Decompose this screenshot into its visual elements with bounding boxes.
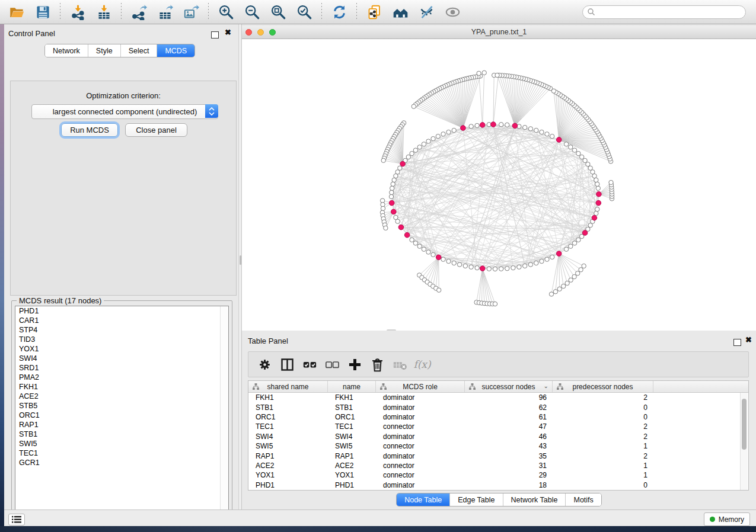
table-row[interactable]: YOX1YOX1connector291: [248, 470, 748, 480]
split-columns-icon[interactable]: [278, 355, 296, 373]
table-row[interactable]: ACE2ACE2connector311: [248, 461, 748, 470]
control-panel-float-button[interactable]: [211, 30, 219, 41]
mcds-result-item[interactable]: STB1: [15, 430, 228, 439]
show-hidden-icon[interactable]: [442, 2, 463, 22]
export-image-icon[interactable]: [180, 2, 202, 22]
mcds-result-item[interactable]: RAP1: [15, 420, 228, 430]
open-session-icon[interactable]: [6, 2, 27, 22]
mcds-result-item[interactable]: SRD1: [15, 363, 228, 373]
table-tab-motifs[interactable]: Motifs: [565, 493, 601, 506]
network-window-title: YPA_prune.txt_1: [242, 26, 756, 39]
control-tab-network[interactable]: Network: [45, 44, 88, 57]
mcds-result-item[interactable]: ACE2: [15, 392, 228, 401]
table-panel-close-button[interactable]: ✖: [745, 337, 752, 343]
show-all-icon[interactable]: [390, 2, 411, 22]
table-panel-float-button[interactable]: [733, 338, 741, 348]
table-panel-title: Table Panel: [248, 336, 288, 345]
mcds-result-title: MCDS result (17 nodes): [17, 296, 104, 305]
run-mcds-button[interactable]: Run MCDS: [61, 123, 118, 137]
memory-button[interactable]: Memory: [704, 512, 750, 526]
export-table-icon[interactable]: [154, 2, 176, 22]
mcds-result-item[interactable]: CAR1: [15, 316, 228, 325]
list-icon: [12, 516, 21, 523]
table-row[interactable]: STB1STB1dominator620: [248, 402, 748, 412]
search-field[interactable]: [582, 5, 746, 19]
network-canvas[interactable]: [242, 39, 756, 331]
sort-descending-icon[interactable]: ⌄: [544, 383, 548, 389]
cell-shared-name: SWI4: [248, 432, 328, 441]
mcds-result-item[interactable]: TEC1: [15, 448, 228, 458]
mcds-result-item[interactable]: YOX1: [15, 344, 228, 354]
mcds-list-scrollbar[interactable]: [220, 306, 228, 517]
mcds-result-groupbox: MCDS result (17 nodes) PHD1CAR1STP4TID3Y…: [11, 300, 232, 522]
close-panel-button[interactable]: Close panel: [125, 123, 187, 137]
table-scrollbar[interactable]: [740, 393, 748, 490]
column-header-predecessor-nodes[interactable]: predecessor nodes: [553, 381, 653, 392]
hide-selected-icon[interactable]: [416, 2, 437, 22]
zoom-fit-icon[interactable]: [267, 2, 289, 22]
save-session-icon[interactable]: [32, 2, 53, 22]
table-tab-edge-table[interactable]: Edge Table: [449, 493, 502, 506]
zoom-traffic-light[interactable]: [269, 29, 276, 36]
deselect-all-icon[interactable]: [323, 355, 341, 373]
table-row[interactable]: FKH1FKH1dominator962: [248, 393, 748, 402]
add-column-icon[interactable]: [346, 355, 363, 373]
import-table-icon[interactable]: [93, 2, 114, 22]
column-header-successor-nodes[interactable]: successor nodes⌄: [465, 381, 553, 392]
table-tab-network-table[interactable]: Network Table: [503, 493, 566, 506]
cell-MCDS-role: dominator: [376, 452, 465, 460]
splitter-handle[interactable]: [240, 255, 241, 265]
gear-icon[interactable]: [256, 355, 273, 373]
table-row[interactable]: SWI5SWI5connector431: [248, 441, 748, 451]
cell-shared-name: FKH1: [248, 393, 328, 402]
mcds-result-item[interactable]: PMA2: [15, 373, 228, 382]
column-header-name[interactable]: name: [328, 381, 376, 392]
table-row[interactable]: PHD1PHD1dominator180: [248, 480, 748, 490]
control-tab-mcds[interactable]: MCDS: [157, 44, 194, 57]
mcds-result-item[interactable]: TID3: [15, 335, 228, 344]
table-row[interactable]: ORC1ORC1dominator610: [248, 412, 748, 422]
minimize-traffic-light[interactable]: [257, 29, 264, 36]
mcds-result-item[interactable]: GCR1: [15, 458, 228, 467]
table-row[interactable]: RAP1RAP1dominator352: [248, 451, 748, 460]
cell-shared-name: YOX1: [248, 471, 328, 479]
cell-predecessor-nodes: 2: [553, 393, 653, 402]
delete-column-icon[interactable]: [368, 355, 386, 373]
mcds-result-item[interactable]: PHD1: [15, 306, 228, 316]
column-header-MCDS-role[interactable]: MCDS role: [376, 381, 465, 392]
toolbar-separator: [121, 3, 122, 21]
mcds-result-item[interactable]: ORC1: [15, 411, 228, 420]
network-graph[interactable]: [242, 39, 756, 331]
zoom-in-icon[interactable]: [215, 2, 237, 22]
search-input[interactable]: [582, 5, 746, 19]
select-all-icon[interactable]: [301, 355, 318, 373]
zoom-selected-icon[interactable]: [294, 2, 315, 22]
network-titlebar[interactable]: YPA_prune.txt_1: [242, 26, 756, 39]
zoom-out-icon[interactable]: [241, 2, 263, 22]
mcds-result-item[interactable]: SWI5: [15, 439, 228, 448]
criterion-select[interactable]: largest connected component (undirected): [31, 104, 218, 119]
refresh-layout-icon[interactable]: [328, 2, 350, 22]
mcds-result-item[interactable]: FKH1: [15, 382, 228, 392]
table-row[interactable]: SWI4SWI4dominator462: [248, 432, 748, 441]
import-network-icon[interactable]: [67, 2, 88, 22]
column-header-shared-name[interactable]: shared name: [248, 381, 328, 392]
task-history-button[interactable]: [8, 514, 25, 525]
close-traffic-light[interactable]: [245, 29, 252, 36]
control-tab-style[interactable]: Style: [88, 44, 120, 57]
control-tab-select[interactable]: Select: [120, 44, 157, 57]
run-mcds-label: Run MCDS: [70, 126, 109, 134]
export-network-icon[interactable]: [128, 2, 149, 22]
mcds-result-item[interactable]: SWI4: [15, 354, 228, 363]
clone-network-icon[interactable]: [363, 2, 385, 22]
cell-successor-nodes: 47: [465, 422, 553, 431]
table-tab-node-table[interactable]: Node Table: [397, 493, 449, 506]
mcds-result-list[interactable]: PHD1CAR1STP4TID3YOX1SWI4SRD1PMA2FKH1ACE2…: [15, 306, 229, 517]
node-table[interactable]: shared namenameMCDS rolesuccessor nodes⌄…: [248, 380, 749, 491]
table-row[interactable]: TEC1TEC1connector472: [248, 422, 748, 431]
memory-status-icon: [710, 517, 715, 522]
control-panel-close-button[interactable]: ✖: [225, 30, 231, 36]
mcds-result-item[interactable]: STP4: [15, 325, 228, 335]
table-scrollbar-thumb[interactable]: [742, 399, 747, 450]
mcds-result-item[interactable]: STB5: [15, 401, 228, 411]
